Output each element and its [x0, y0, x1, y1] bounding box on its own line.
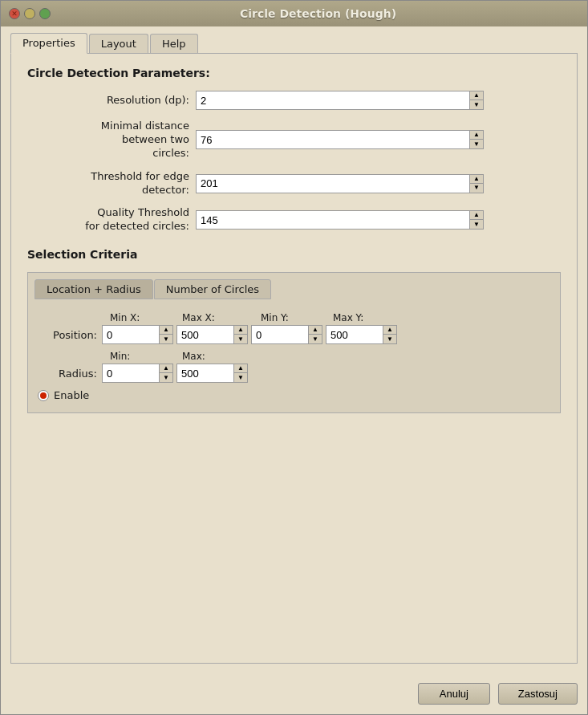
resolution-spin-up[interactable]: ▲ [470, 91, 483, 100]
pos-max-x-up[interactable]: ▲ [234, 326, 247, 335]
pos-max-y-spin: ▲ ▼ [383, 326, 396, 343]
enable-label: Enable [54, 389, 89, 401]
quality-spin-down[interactable]: ▼ [470, 220, 483, 229]
radius-max-down[interactable]: ▼ [234, 373, 247, 382]
min-distance-label: Minimal distance between two circles: [27, 120, 196, 160]
enable-radio[interactable] [38, 390, 49, 401]
window-controls: ✕ [9, 8, 51, 19]
quality-spin-buttons: ▲ ▼ [469, 211, 483, 229]
tab-properties[interactable]: Properties [10, 33, 87, 54]
quality-spinbox: ▲ ▼ [196, 210, 484, 230]
radius-min-header: Min: [107, 351, 179, 362]
selection-criteria-section: Selection Criteria Location + Radius Num… [27, 248, 561, 413]
min-distance-spin-up[interactable]: ▲ [470, 131, 483, 140]
pos-max-x-down[interactable]: ▼ [234, 335, 247, 343]
position-row: Position: ▲ ▼ [38, 325, 550, 344]
resolution-spinbox: ▲ ▼ [196, 91, 484, 110]
quality-input[interactable] [197, 211, 469, 229]
pos-min-x-down[interactable]: ▼ [160, 335, 172, 343]
tab-layout[interactable]: Layout [89, 34, 148, 53]
window-title: Circle Detection (Hough) [57, 7, 579, 20]
radius-max-spin: ▲ ▼ [233, 364, 247, 382]
pos-min-y-spin: ▲ ▼ [308, 326, 322, 343]
radius-row: Radius: ▲ ▼ [38, 364, 550, 383]
tab-bar: Properties Layout Help [10, 33, 578, 53]
pos-min-x-input[interactable] [103, 326, 159, 343]
pos-min-x-spinbox: ▲ ▼ [102, 325, 173, 344]
max-y-header: Max Y: [330, 312, 402, 323]
threshold-spin-up[interactable]: ▲ [470, 175, 483, 184]
pos-min-y-input[interactable] [252, 326, 308, 343]
pos-max-x-spin: ▲ ▼ [233, 326, 247, 343]
inner-tab-number-circles[interactable]: Number of Circles [154, 279, 271, 299]
close-button[interactable]: ✕ [9, 8, 20, 19]
position-label: Position: [38, 329, 102, 341]
quality-row: Quality Threshold for detected circles: … [27, 206, 561, 234]
pos-max-x-input[interactable] [177, 326, 233, 343]
maximize-button[interactable] [39, 8, 51, 19]
inner-tab-bar: Location + Radius Number of Circles [34, 279, 554, 299]
min-distance-spin-buttons: ▲ ▼ [469, 131, 483, 148]
radius-headers: Min: Max: [107, 351, 550, 362]
radius-min-spin: ▲ ▼ [159, 364, 172, 382]
threshold-spin-down[interactable]: ▼ [470, 184, 483, 193]
max-x-header: Max X: [179, 312, 258, 323]
pos-max-y-up[interactable]: ▲ [383, 326, 396, 335]
pos-max-x-spinbox: ▲ ▼ [176, 325, 248, 344]
min-distance-spin-down[interactable]: ▼ [470, 140, 483, 148]
bottom-bar: Anuluj Zastosuj [1, 673, 587, 714]
resolution-row: Resolution (dp): ▲ ▼ [27, 91, 561, 110]
inner-tabs-container: Location + Radius Number of Circles Min … [27, 272, 561, 413]
pos-max-y-down[interactable]: ▼ [383, 335, 396, 343]
min-distance-spinbox: ▲ ▼ [196, 130, 484, 149]
threshold-spinbox: ▲ ▼ [196, 174, 484, 193]
pos-min-y-spinbox: ▲ ▼ [251, 325, 322, 344]
threshold-spin-buttons: ▲ ▼ [469, 175, 483, 193]
inner-tab-location-radius[interactable]: Location + Radius [34, 279, 153, 299]
resolution-spin-buttons: ▲ ▼ [469, 91, 483, 109]
position-fields: ▲ ▼ ▲ ▼ [102, 325, 397, 344]
minimize-button[interactable] [24, 8, 35, 19]
radius-max-header: Max: [179, 351, 258, 362]
radius-min-spinbox: ▲ ▼ [102, 364, 173, 383]
enable-row: Enable [38, 389, 550, 401]
circle-detection-title: Circle Detection Parameters: [27, 67, 561, 79]
quality-spin-up[interactable]: ▲ [470, 211, 483, 220]
apply-button[interactable]: Zastosuj [498, 683, 578, 705]
titlebar: ✕ Circle Detection (Hough) [1, 1, 587, 26]
radius-min-down[interactable]: ▼ [160, 373, 172, 382]
radius-max-input[interactable] [177, 364, 233, 382]
radius-label: Radius: [38, 368, 102, 380]
pos-min-y-down[interactable]: ▼ [309, 335, 322, 343]
tab-content-properties: Circle Detection Parameters: Resolution … [10, 53, 578, 664]
min-distance-row: Minimal distance between two circles: ▲ … [27, 120, 561, 160]
radius-max-up[interactable]: ▲ [234, 364, 247, 373]
radius-fields: ▲ ▼ ▲ ▼ [102, 364, 248, 383]
pos-max-y-spinbox: ▲ ▼ [326, 325, 397, 344]
window: ✕ Circle Detection (Hough) Properties La… [0, 0, 588, 715]
threshold-label: Threshold for edge detector: [27, 170, 196, 197]
radio-dot [40, 392, 47, 399]
tab-help[interactable]: Help [150, 34, 198, 53]
cancel-button[interactable]: Anuluj [418, 683, 490, 705]
min-x-header: Min X: [107, 312, 179, 323]
resolution-input[interactable] [197, 91, 469, 109]
inner-tab-content: Min X: Max X: Min Y: Max Y: Position: [34, 307, 554, 406]
position-headers: Min X: Max X: Min Y: Max Y: [107, 312, 550, 323]
radius-min-up[interactable]: ▲ [160, 364, 172, 373]
pos-min-x-up[interactable]: ▲ [160, 326, 172, 335]
pos-max-y-input[interactable] [326, 326, 383, 343]
selection-criteria-title: Selection Criteria [27, 248, 561, 261]
min-distance-input[interactable] [197, 131, 469, 148]
pos-min-x-spin: ▲ ▼ [159, 326, 172, 343]
resolution-label: Resolution (dp): [27, 94, 196, 108]
min-y-header: Min Y: [258, 312, 330, 323]
window-body: Properties Layout Help Circle Detection … [1, 26, 587, 673]
quality-label: Quality Threshold for detected circles: [27, 206, 196, 234]
pos-min-y-up[interactable]: ▲ [309, 326, 322, 335]
threshold-row: Threshold for edge detector: ▲ ▼ [27, 170, 561, 197]
resolution-spin-down[interactable]: ▼ [470, 100, 483, 109]
threshold-input[interactable] [197, 175, 469, 193]
radius-min-input[interactable] [103, 364, 159, 382]
radius-max-spinbox: ▲ ▼ [176, 364, 248, 383]
